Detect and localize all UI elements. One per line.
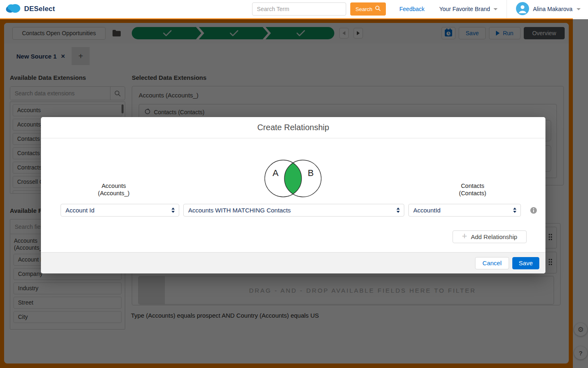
right-de-label: Contacts (Contacts) <box>432 182 514 197</box>
brand-name: DESelect <box>24 5 55 13</box>
venn-label-a: A <box>273 168 279 178</box>
relation-type-select[interactable]: Accounts WITH MATCHING Contacts <box>183 204 404 217</box>
modal-header: Create Relationship <box>41 117 545 138</box>
left-de-label: Accounts (Accounts_) <box>73 182 155 197</box>
chevron-down-icon <box>577 8 581 10</box>
top-navbar: DESelect Search Feedback Your Favorite B… <box>0 0 588 18</box>
search-input[interactable] <box>252 2 346 16</box>
modal-title: Create Relationship <box>257 123 329 132</box>
user-name: Alina Makarova <box>533 6 573 12</box>
cloud-logo-icon <box>6 3 20 15</box>
avatar <box>516 2 529 16</box>
brand-logo[interactable]: DESelect <box>6 3 55 15</box>
chevron-down-icon <box>493 8 498 10</box>
org-selector-dropdown[interactable]: Your Favorite Brand <box>439 6 498 12</box>
search-icon <box>375 6 381 12</box>
feedback-link[interactable]: Feedback <box>399 6 424 12</box>
modal-body: A B Accounts (Accounts_) Contacts (Conta… <box>41 138 545 252</box>
search-button[interactable]: Search <box>350 2 386 16</box>
info-icon[interactable] <box>530 207 537 215</box>
venn-label-b: B <box>308 168 314 178</box>
right-field-select[interactable]: AccountId <box>408 204 521 217</box>
app-area: Contacts Open Opportunities <box>0 18 588 368</box>
select-arrows-icon <box>171 208 175 213</box>
modal-footer: Cancel Save <box>41 252 545 273</box>
create-relationship-modal: Create Relationship A B Accounts (Accoun… <box>41 117 545 273</box>
plus-icon: + <box>462 232 467 241</box>
venn-diagram: A B <box>264 159 322 200</box>
cancel-button[interactable]: Cancel <box>475 257 509 269</box>
navbar-divider <box>507 0 507 18</box>
select-arrows-icon <box>397 208 400 213</box>
modal-save-button[interactable]: Save <box>512 257 539 269</box>
left-field-select[interactable]: Account Id <box>61 204 179 217</box>
user-menu[interactable]: Alina Makarova <box>516 2 583 16</box>
add-relationship-button[interactable]: + Add Relationship <box>453 230 527 243</box>
select-arrows-icon <box>513 208 516 213</box>
